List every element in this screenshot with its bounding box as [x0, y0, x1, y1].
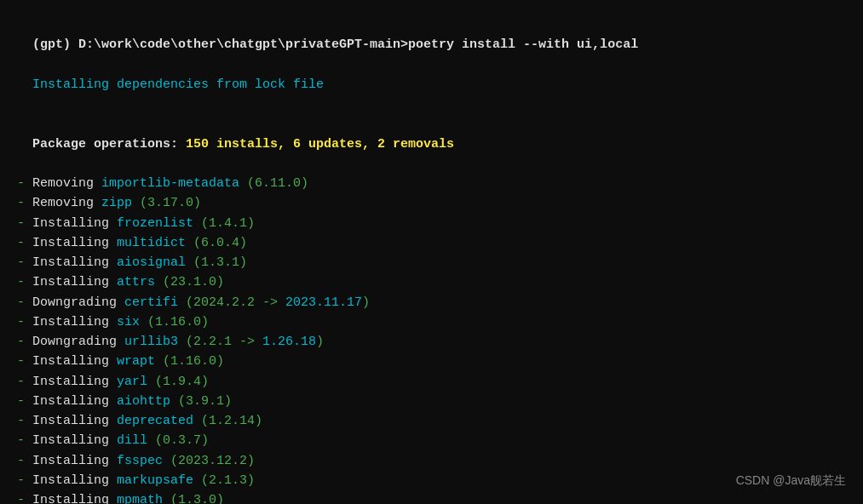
action-text: Installing	[32, 275, 117, 289]
dash-icon: -	[17, 493, 32, 504]
package-version: (6.0.4)	[186, 236, 247, 250]
package-name: aiosignal	[117, 255, 186, 270]
dash-icon: -	[17, 255, 32, 270]
status-line: Installing dependencies from lock file	[17, 55, 846, 95]
package-line-l2: - Removing zipp (3.17.0)	[17, 193, 846, 213]
package-version: (1.3.1)	[186, 255, 247, 270]
dash-icon: -	[17, 473, 32, 488]
package-version: (2023.12.2)	[163, 454, 255, 468]
package-line-l13: - Installing deprecated (1.2.14)	[17, 411, 846, 431]
dash-icon: -	[17, 433, 32, 448]
action-text: Installing	[32, 414, 117, 428]
package-version: (1.9.4)	[147, 375, 209, 389]
dash-icon: -	[17, 394, 32, 409]
package-line-l12: - Installing aiohttp (3.9.1)	[17, 392, 846, 411]
package-line-l9: - Downgrading urllib3 (2.2.1 -> 1.26.18)	[17, 332, 846, 352]
action-text: Installing	[32, 473, 117, 488]
action-text: Removing	[32, 176, 101, 191]
package-line-l3: - Installing frozenlist (1.4.1)	[17, 214, 846, 233]
blank-line-1	[17, 94, 846, 114]
dash-icon: -	[17, 236, 32, 250]
action-text: Installing	[32, 255, 117, 270]
action-text: Downgrading	[32, 295, 124, 310]
action-text: Installing	[32, 354, 117, 369]
package-name: frozenlist	[117, 216, 193, 231]
watermark: CSDN @Java舰若生	[736, 473, 846, 489]
package-version: (23.1.0)	[155, 275, 224, 289]
dash-icon: -	[17, 414, 32, 428]
package-version-old: (2.2.1 ->	[178, 335, 262, 349]
status-text: Installing dependencies from lock file	[32, 77, 324, 92]
package-version-close: )	[316, 335, 324, 349]
package-line-l17: - Installing mpmath (1.3.0)	[17, 490, 846, 504]
package-version-old: (2024.2.2 ->	[178, 295, 285, 310]
package-line-l15: - Installing fsspec (2023.12.2)	[17, 451, 846, 471]
dash-icon: -	[17, 315, 32, 329]
package-name: dill	[117, 433, 147, 448]
package-name: certifi	[124, 295, 178, 310]
action-text: Installing	[32, 433, 117, 448]
package-version: (3.9.1)	[170, 394, 232, 409]
package-name: markupsafe	[117, 473, 193, 488]
action-text: Downgrading	[32, 335, 124, 349]
package-name: urllib3	[124, 335, 178, 349]
package-name: mpmath	[117, 493, 163, 504]
package-version: (3.17.0)	[132, 196, 201, 210]
package-version-new: 2023.11.17	[285, 295, 362, 310]
package-line-l4: - Installing multidict (6.0.4)	[17, 233, 846, 253]
dash-icon: -	[17, 375, 32, 389]
package-version: (1.4.1)	[193, 216, 255, 231]
package-version: (2.1.3)	[193, 473, 255, 488]
action-text: Installing	[32, 236, 117, 250]
dash-icon: -	[17, 295, 32, 310]
package-line-l10: - Installing wrapt (1.16.0)	[17, 352, 846, 371]
dash-icon: -	[17, 335, 32, 349]
package-version: (6.11.0)	[239, 176, 308, 191]
package-version-close: )	[362, 295, 370, 310]
blank-line-2	[17, 154, 846, 174]
package-version: (0.3.7)	[147, 433, 209, 448]
package-line-l5: - Installing aiosignal (1.3.1)	[17, 253, 846, 272]
action-text: Installing	[32, 375, 117, 389]
dash-icon: -	[17, 354, 32, 369]
action-text: Installing	[32, 216, 117, 231]
pkg-ops-counts: 150 installs, 6 updates, 2 removals	[178, 137, 454, 152]
package-name: wrapt	[117, 354, 155, 369]
package-name: deprecated	[117, 414, 193, 428]
action-text: Installing	[32, 394, 117, 409]
dash-icon: -	[17, 454, 32, 468]
package-ops-line: Package operations: 150 installs, 6 upda…	[17, 114, 846, 154]
package-name: aiohttp	[117, 394, 170, 409]
package-name: zipp	[101, 196, 132, 210]
package-line-l11: - Installing yarl (1.9.4)	[17, 372, 846, 392]
package-name: six	[117, 315, 140, 329]
package-name: yarl	[117, 375, 147, 389]
action-text: Removing	[32, 196, 101, 210]
prompt-text: (gpt) D:\work\code\other\chatgpt\private…	[32, 37, 638, 52]
package-version: (1.16.0)	[140, 315, 209, 329]
package-line-l8: - Installing six (1.16.0)	[17, 312, 846, 332]
package-version: (1.16.0)	[155, 354, 224, 369]
package-name: attrs	[117, 275, 155, 289]
package-name: fsspec	[117, 454, 163, 468]
package-line-l14: - Installing dill (0.3.7)	[17, 431, 846, 450]
dash-icon: -	[17, 216, 32, 231]
package-line-l16: - Installing markupsafe (2.1.3)	[17, 471, 846, 490]
dash-icon: -	[17, 176, 32, 191]
action-text: Installing	[32, 315, 117, 329]
dash-icon: -	[17, 275, 32, 289]
package-line-l7: - Downgrading certifi (2024.2.2 -> 2023.…	[17, 293, 846, 312]
package-version: (1.3.0)	[163, 493, 224, 504]
action-text: Installing	[32, 454, 117, 468]
package-name: multidict	[117, 236, 186, 250]
package-name: importlib-metadata	[101, 176, 239, 191]
package-list: - Removing importlib-metadata (6.11.0)- …	[17, 174, 846, 504]
dash-icon: -	[17, 196, 32, 210]
package-version: (1.2.14)	[193, 414, 262, 428]
package-line-l1: - Removing importlib-metadata (6.11.0)	[17, 174, 846, 193]
prompt-line: (gpt) D:\work\code\other\chatgpt\private…	[17, 15, 846, 55]
package-line-l6: - Installing attrs (23.1.0)	[17, 272, 846, 292]
action-text: Installing	[32, 493, 117, 504]
package-version-new: 1.26.18	[262, 335, 316, 349]
pkg-ops-label: Package operations:	[32, 137, 178, 152]
